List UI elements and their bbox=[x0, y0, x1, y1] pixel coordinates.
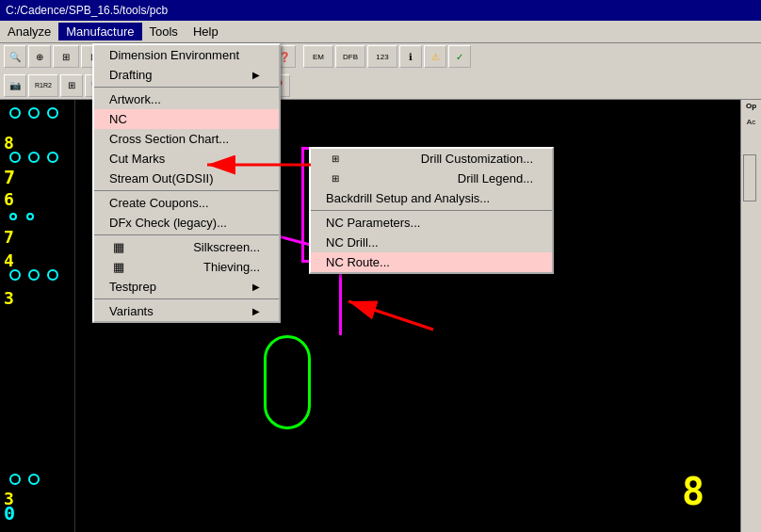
toolbar-zoom-fit[interactable]: ⊞ bbox=[60, 74, 83, 97]
menu-item-drafting[interactable]: Drafting ▶ bbox=[94, 65, 279, 85]
toolbar-dfb-btn[interactable]: DFB bbox=[335, 45, 365, 68]
toolbar-cam-btn[interactable]: 📷 bbox=[4, 74, 26, 97]
menu-item-nc[interactable]: NC bbox=[94, 109, 279, 129]
menu-item-testprep[interactable]: Testprep ▶ bbox=[94, 277, 279, 297]
separator-3 bbox=[94, 234, 279, 235]
menu-item-stream-out[interactable]: Stream Out(GDSII) bbox=[94, 169, 279, 188]
toolbar-btn-3[interactable]: ⊞ bbox=[53, 45, 79, 68]
pcb-num-4: 7 bbox=[4, 227, 14, 247]
toolbar-r1r2-btn[interactable]: R1R2 bbox=[28, 74, 58, 97]
left-panel: 8 7 6 7 4 3 3 0 bbox=[0, 100, 75, 532]
op-panel-label: Op bbox=[743, 102, 759, 110]
menu-item-create-coupons[interactable]: Create Coupons... bbox=[94, 193, 279, 213]
pcb-pad-4 bbox=[9, 152, 21, 163]
pcb-pad-13 bbox=[28, 474, 40, 485]
nc-menu-drill-custom[interactable]: ⊞ Drill Customization... bbox=[311, 149, 552, 169]
pcb-pad-12 bbox=[9, 474, 21, 485]
nc-submenu: ⊞ Drill Customization... ⊞ Drill Legend.… bbox=[309, 147, 554, 274]
nc-menu-drill-legend[interactable]: ⊞ Drill Legend... bbox=[311, 169, 552, 188]
menu-item-thieving[interactable]: ▦ Thieving... bbox=[94, 257, 279, 277]
submenu-arrow-drafting: ▶ bbox=[252, 70, 260, 80]
nc-menu-drill[interactable]: NC Drill... bbox=[311, 233, 552, 252]
pcb-pad-9 bbox=[9, 269, 21, 281]
pcb-num-2: 7 bbox=[4, 166, 15, 188]
menu-item-dim-env[interactable]: Dimension Environment bbox=[94, 45, 279, 65]
op-panel-ac: Ac bbox=[743, 118, 759, 126]
op-panel: Op Ac bbox=[740, 100, 761, 532]
pcb-component-oval-2 bbox=[264, 335, 311, 429]
nc-menu-params[interactable]: NC Parameters... bbox=[311, 213, 552, 233]
title-bar: C:/Cadence/SPB_16.5/tools/pcb bbox=[0, 0, 761, 21]
pcb-cyan-1: 0 bbox=[4, 502, 15, 524]
toolbar-btn-1[interactable]: 🔍 bbox=[4, 45, 26, 68]
menu-tools[interactable]: Tools bbox=[142, 23, 186, 40]
toolbar-btn-2[interactable]: ⊕ bbox=[28, 45, 51, 68]
separator-1 bbox=[94, 87, 279, 88]
menu-manufacture[interactable]: Manufacture bbox=[58, 23, 141, 40]
submenu-arrow-variants: ▶ bbox=[252, 306, 260, 316]
toolbar-123-btn[interactable]: 123 bbox=[367, 45, 397, 68]
menu-item-silkscreen[interactable]: ▦ Silkscreen... bbox=[94, 237, 279, 257]
pcb-pad-10 bbox=[28, 269, 40, 281]
pcb-pad-8 bbox=[26, 213, 34, 220]
pcb-num-6: 3 bbox=[4, 288, 14, 308]
menu-bar: Analyze Manufacture Tools Help bbox=[0, 21, 761, 43]
toolbar-check-btn[interactable]: ✓ bbox=[448, 45, 471, 68]
toolbar-info-btn[interactable]: ℹ bbox=[399, 45, 422, 68]
menu-item-cut-marks[interactable]: Cut Marks bbox=[94, 149, 279, 169]
submenu-arrow-testprep: ▶ bbox=[252, 282, 260, 292]
menu-item-dfx-check[interactable]: DFx Check (legacy)... bbox=[94, 213, 279, 233]
pcb-num-3: 6 bbox=[4, 189, 14, 209]
menu-item-cross-section[interactable]: Cross Section Chart... bbox=[94, 129, 279, 149]
drill-legend-icon: ⊞ bbox=[326, 173, 345, 184]
pcb-pad-7 bbox=[9, 213, 17, 220]
menu-item-variants[interactable]: Variants ▶ bbox=[94, 301, 279, 321]
pcb-num-5: 4 bbox=[4, 250, 14, 270]
toolbar-warn-btn[interactable]: ⚠ bbox=[424, 45, 446, 68]
pcb-pad-2 bbox=[28, 107, 40, 119]
pcb-pad-3 bbox=[47, 107, 58, 119]
silkscreen-icon: ▦ bbox=[109, 240, 128, 254]
menu-item-artwork[interactable]: Artwork... bbox=[94, 89, 279, 109]
separator-2 bbox=[94, 190, 279, 191]
pcb-pad-5 bbox=[28, 152, 40, 163]
menu-analyze[interactable]: Analyze bbox=[0, 23, 58, 40]
nc-menu-route[interactable]: NC Route... bbox=[311, 252, 552, 272]
thieving-icon: ▦ bbox=[109, 260, 128, 274]
separator-4 bbox=[94, 298, 279, 299]
drill-custom-icon: ⊞ bbox=[326, 153, 345, 164]
pcb-pad-1 bbox=[9, 107, 21, 119]
menu-help[interactable]: Help bbox=[186, 23, 226, 40]
canvas-num-large: 8 bbox=[682, 470, 704, 513]
title-text: C:/Cadence/SPB_16.5/tools/pcb bbox=[6, 4, 168, 17]
pcb-pad-11 bbox=[47, 269, 58, 281]
manufacture-dropdown: Dimension Environment Drafting ▶ Artwork… bbox=[92, 43, 281, 323]
op-panel-rect bbox=[743, 154, 756, 202]
pcb-pad-6 bbox=[47, 152, 58, 163]
pcb-num-1: 8 bbox=[4, 133, 14, 153]
toolbar-em-btn[interactable]: EM bbox=[303, 45, 333, 68]
pcb-trace-m4 bbox=[301, 147, 304, 260]
nc-separator bbox=[311, 210, 552, 211]
nc-menu-backdrill[interactable]: Backdrill Setup and Analysis... bbox=[311, 188, 552, 208]
